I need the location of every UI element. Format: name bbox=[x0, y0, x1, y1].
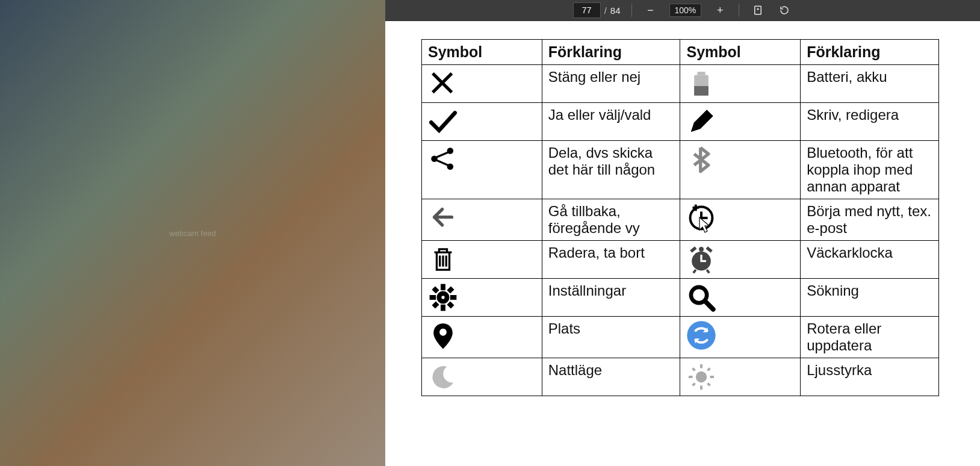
explanation-cell: Börja med nytt, tex. e-post bbox=[801, 199, 939, 241]
close-icon bbox=[422, 65, 542, 103]
zoom-level[interactable]: 100% bbox=[669, 4, 702, 17]
header-symbol-2: Symbol bbox=[680, 40, 801, 65]
svg-rect-0 bbox=[755, 6, 761, 14]
trash-icon bbox=[422, 241, 542, 279]
pdf-viewer: / 84 − 100% + Symbol Förklaring bbox=[385, 0, 980, 466]
zoom-in-button[interactable]: + bbox=[712, 2, 728, 18]
back-icon bbox=[422, 199, 542, 241]
explanation-cell: Batteri, akku bbox=[801, 65, 939, 103]
table-row: Stäng eller nejBatteri, akku bbox=[422, 65, 939, 103]
check-icon bbox=[422, 103, 542, 141]
table-row: Dela, dvs skicka det här till någonBluet… bbox=[422, 141, 939, 199]
explanation-cell: Sökning bbox=[801, 279, 939, 317]
refresh-icon bbox=[680, 317, 801, 358]
zoom-out-button[interactable]: − bbox=[643, 2, 659, 18]
explanation-cell: Gå tillbaka, föregående vy bbox=[542, 199, 680, 241]
page-indicator: / 84 bbox=[573, 2, 621, 18]
explanation-cell: Skriv, redigera bbox=[801, 103, 939, 141]
header-symbol-1: Symbol bbox=[422, 40, 542, 65]
table-row: Gå tillbaka, föregående vyBörja med nytt… bbox=[422, 199, 939, 241]
header-explanation-1: Förklaring bbox=[542, 40, 680, 65]
toolbar-divider bbox=[739, 4, 739, 17]
explanation-cell: Rotera eller uppdatera bbox=[801, 317, 939, 358]
gear-icon bbox=[422, 279, 542, 317]
fit-page-button[interactable] bbox=[750, 2, 766, 18]
document-page[interactable]: Symbol Förklaring Symbol Förklaring Stän… bbox=[385, 21, 980, 466]
explanation-cell: Ljusstyrka bbox=[801, 358, 939, 396]
explanation-cell: Dela, dvs skicka det här till någon bbox=[542, 141, 680, 199]
table-row: Radera, ta bortVäckarklocka bbox=[422, 241, 939, 279]
webcam-placeholder: webcam feed bbox=[0, 0, 385, 466]
share-icon bbox=[422, 141, 542, 199]
rotate-button[interactable] bbox=[777, 2, 792, 18]
night-icon bbox=[422, 358, 542, 396]
table-row: Ja eller välj/valdSkriv, redigera bbox=[422, 103, 939, 141]
explanation-cell: Radera, ta bort bbox=[542, 241, 680, 279]
explanation-cell: Inställningar bbox=[542, 279, 680, 317]
table-row: InställningarSökning bbox=[422, 279, 939, 317]
brightness-icon bbox=[680, 358, 801, 396]
explanation-cell: Stäng eller nej bbox=[542, 65, 680, 103]
table-row: PlatsRotera eller uppdatera bbox=[422, 317, 939, 358]
alarm-icon bbox=[680, 241, 801, 279]
explanation-cell: Bluetooth, för att koppla ihop med annan… bbox=[801, 141, 939, 199]
page-current-input[interactable] bbox=[573, 2, 601, 18]
toolbar-divider bbox=[631, 4, 632, 17]
pdf-toolbar: / 84 − 100% + bbox=[385, 0, 980, 21]
webcam-panel: webcam feed bbox=[0, 0, 385, 466]
page-separator: / bbox=[604, 5, 607, 16]
symbol-table: Symbol Förklaring Symbol Förklaring Stän… bbox=[421, 39, 939, 396]
location-icon bbox=[422, 317, 542, 358]
explanation-cell: Plats bbox=[542, 317, 680, 358]
explanation-cell: Ja eller välj/vald bbox=[542, 103, 680, 141]
header-explanation-2: Förklaring bbox=[801, 40, 939, 65]
bluetooth-icon bbox=[680, 141, 801, 199]
table-row: NattlägeLjusstyrka bbox=[422, 358, 939, 396]
edit-icon bbox=[680, 103, 801, 141]
clock-plus-icon bbox=[680, 199, 801, 241]
page-total: 84 bbox=[610, 5, 621, 16]
explanation-cell: Nattläge bbox=[542, 358, 680, 396]
battery-icon bbox=[680, 65, 801, 103]
explanation-cell: Väckarklocka bbox=[801, 241, 939, 279]
table-header-row: Symbol Förklaring Symbol Förklaring bbox=[422, 40, 939, 65]
search-icon bbox=[680, 279, 801, 317]
